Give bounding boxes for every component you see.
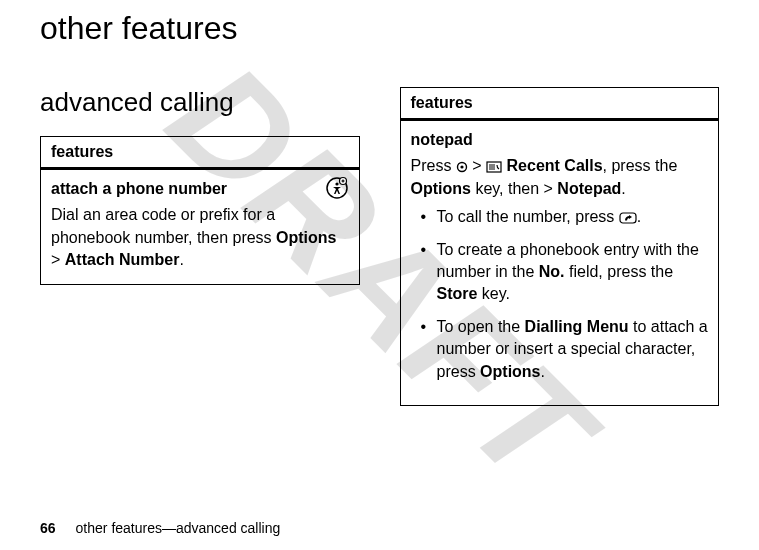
feature-box-body: notepad Press > Recent Calls, press the … — [401, 121, 719, 405]
text: . — [541, 363, 545, 380]
footer-label: other features—advanced calling — [76, 520, 281, 536]
text: Press — [411, 157, 456, 174]
page: other features advanced calling features… — [0, 0, 759, 550]
recent-calls-label: Recent Calls — [507, 157, 603, 174]
feature-box-header: features — [401, 88, 719, 121]
list-item: To open the Dialling Menu to attach a nu… — [411, 316, 709, 383]
text: , press the — [603, 157, 678, 174]
page-number: 66 — [40, 520, 56, 536]
text: > — [468, 157, 486, 174]
text: > — [51, 251, 65, 268]
text: key, then > — [471, 180, 557, 197]
options-label: Options — [411, 180, 471, 197]
list-item: To call the number, press . — [411, 206, 709, 228]
feature-box-notepad: features notepad Press > Recent Calls, p… — [400, 87, 720, 406]
feature-body-text: Dial an area code or prefix for a phoneb… — [51, 204, 349, 271]
notepad-label: Notepad — [557, 180, 621, 197]
svg-point-4 — [335, 182, 338, 185]
svg-point-6 — [460, 166, 463, 169]
send-key-icon — [619, 212, 637, 224]
text: key. — [477, 285, 510, 302]
text: . — [637, 208, 641, 225]
feature-subhead: notepad — [411, 129, 709, 151]
feature-body-text: Press > Recent Calls, press the Options … — [411, 155, 709, 200]
page-title: other features — [40, 10, 719, 47]
columns: advanced calling features attach a phone… — [40, 87, 719, 406]
dialling-menu-label: Dialling Menu — [525, 318, 629, 335]
feature-box-header: features — [41, 137, 359, 170]
text: To call the number, press — [437, 208, 619, 225]
feature-box-body: attach a phone number Dial an area code … — [41, 170, 359, 284]
feature-subhead-text: attach a phone number — [51, 180, 227, 197]
bullet-list: To call the number, press . To create a … — [411, 206, 709, 383]
options-label: Options — [276, 229, 336, 246]
no-label: No. — [539, 263, 565, 280]
left-column: advanced calling features attach a phone… — [40, 87, 360, 406]
feature-subhead: attach a phone number — [51, 178, 349, 200]
list-item: To create a phonebook entry with the num… — [411, 239, 709, 306]
text: field, press the — [565, 263, 674, 280]
store-label: Store — [437, 285, 478, 302]
footer: 66other features—advanced calling — [40, 520, 280, 536]
attach-number-label: Attach Number — [65, 251, 180, 268]
text: . — [179, 251, 183, 268]
options-label: Options — [480, 363, 540, 380]
text: To open the — [437, 318, 525, 335]
feature-box-attach-number: features attach a phone number Dial an a… — [40, 136, 360, 285]
center-key-icon — [456, 161, 468, 173]
section-heading-advanced-calling: advanced calling — [40, 87, 360, 118]
accessibility-icon — [325, 176, 349, 200]
text: . — [621, 180, 625, 197]
text: Dial an area code or prefix for a phoneb… — [51, 206, 276, 245]
recent-calls-icon — [486, 161, 502, 173]
right-column: features notepad Press > Recent Calls, p… — [400, 87, 720, 406]
